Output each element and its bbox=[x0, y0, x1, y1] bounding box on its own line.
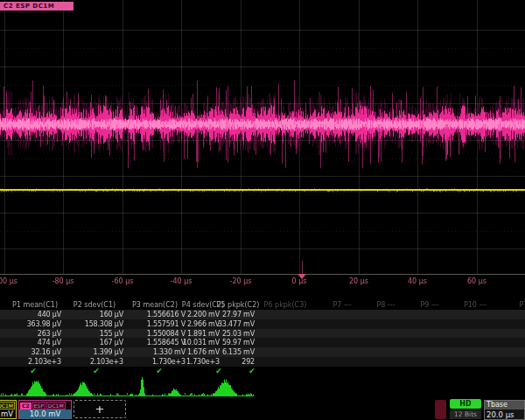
measure-status-ok-icon: ✔ bbox=[156, 368, 163, 375]
measure-status-ok-icon: ✔ bbox=[30, 368, 37, 375]
hd-bits-label: 12 Bits bbox=[450, 410, 481, 419]
measure-status-ok-icon: ✔ bbox=[93, 368, 100, 375]
measure-header[interactable]: P9 --- bbox=[420, 301, 438, 309]
measure-header[interactable]: P7 --- bbox=[332, 301, 351, 309]
add-trace-button[interactable]: + bbox=[74, 400, 126, 418]
measure-status-ok-icon: ✔ bbox=[248, 368, 256, 375]
measure-header[interactable]: P11 bbox=[519, 301, 525, 309]
measure-value-num: 292 bbox=[80, 358, 255, 366]
zoom-trace-canvas bbox=[0, 376, 525, 401]
timebase-title: Tbase bbox=[485, 401, 524, 410]
measure-header[interactable]: P6 pkpk(C3) bbox=[264, 301, 307, 309]
measure-value-value: 27.97 mV bbox=[80, 311, 255, 318]
c2-scale-value: 10.0 mV bbox=[19, 410, 71, 419]
measure-header[interactable]: P2 sdev(C1) bbox=[74, 301, 116, 309]
measure-value-min: 25.03 mV bbox=[80, 330, 255, 338]
measure-value-max: 59.97 mV bbox=[80, 339, 255, 346]
measure-value-sdev: 6.135 mV bbox=[80, 348, 255, 356]
plus-icon: + bbox=[95, 402, 105, 416]
c1-scale-value: 0 mV bbox=[0, 410, 16, 419]
measure-header[interactable]: P1 mean(C1) bbox=[12, 301, 58, 309]
c2-coupling-badge: DC1M bbox=[46, 402, 66, 410]
timebase-descriptor[interactable]: Tbase 20.0 µs bbox=[484, 400, 525, 420]
hd-mode-badge[interactable]: HD bbox=[450, 399, 481, 409]
trigger-descriptor-partial[interactable] bbox=[435, 400, 446, 419]
timebase-value: 20.0 µs bbox=[485, 410, 524, 420]
c2-esp-badge: ESP bbox=[32, 402, 46, 410]
channel-c1-descriptor[interactable]: DC1M 0 mV bbox=[0, 400, 17, 419]
c2-channel-badge: C2 bbox=[20, 402, 32, 410]
channel-c2-descriptor[interactable]: C2 ESP DC1M 10.0 mV bbox=[18, 400, 72, 419]
measurement-table: P1 mean(C1)440 µV363.98 µV263 µV474 µV32… bbox=[0, 0, 525, 420]
measure-status-ok-icon: ✔ bbox=[215, 368, 222, 375]
oscilloscope-screen: C2 ESP DC1M -100 µs-80 µs-60 µs-40 µs-20… bbox=[0, 0, 525, 420]
measure-header[interactable]: P5 pkpk(C2) bbox=[217, 301, 260, 309]
measure-header[interactable]: P8 --- bbox=[376, 301, 395, 309]
c1-coupling-badge: DC1M bbox=[0, 402, 15, 410]
measure-value-mean: 33.477 mV bbox=[80, 320, 255, 328]
measure-header[interactable]: P10 --- bbox=[464, 301, 486, 309]
measure-header[interactable]: P3 mean(C2) bbox=[132, 301, 178, 309]
